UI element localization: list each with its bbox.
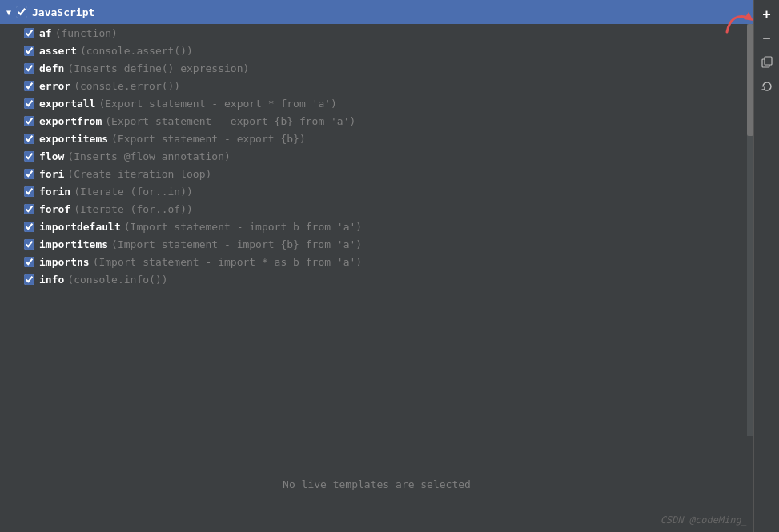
item-name: importitems	[39, 238, 108, 250]
item-name: info	[39, 274, 64, 286]
item-checkbox[interactable]	[24, 134, 34, 144]
item-checkbox[interactable]	[24, 186, 34, 197]
item-desc: (Import statement - import * as b from '…	[93, 256, 363, 268]
item-desc: (Inserts define() expression)	[67, 62, 249, 74]
copy-icon	[761, 56, 773, 69]
list-item[interactable]: assert(console.assert())	[0, 42, 747, 59]
item-checkbox[interactable]	[24, 81, 34, 91]
list-item[interactable]: exportitems(Export statement - export {b…	[0, 130, 747, 147]
list-item[interactable]: fori(Create iteration loop)	[0, 165, 747, 182]
list-item[interactable]: importitems(Import statement - import {b…	[0, 235, 747, 253]
group-header[interactable]: ▼ JavaScript	[0, 0, 753, 24]
item-name: defn	[39, 62, 64, 74]
item-checkbox[interactable]	[24, 28, 34, 38]
item-name: af	[39, 27, 52, 39]
item-desc: (Export statement - export * from 'a')	[98, 98, 336, 110]
item-desc: (Import statement - import b from 'a')	[124, 221, 362, 233]
reset-icon	[761, 80, 773, 93]
list-item[interactable]: importdefault(Import statement - import …	[0, 218, 747, 235]
list-item[interactable]: af(function)	[0, 24, 747, 42]
scrollbar-track[interactable]	[747, 24, 753, 436]
item-name: forof	[39, 203, 70, 215]
item-desc: (Inserts @flow annotation)	[67, 150, 231, 162]
sidebar: + −	[753, 0, 779, 532]
item-desc: (Export statement - export {b} from 'a')	[105, 115, 355, 127]
item-checkbox[interactable]	[24, 257, 34, 267]
list-item[interactable]: flow(Inserts @flow annotation)	[0, 147, 747, 165]
item-name: fori	[39, 168, 64, 180]
item-checkbox[interactable]	[24, 274, 34, 285]
item-checkbox[interactable]	[24, 63, 34, 74]
item-name: flow	[39, 150, 64, 162]
item-checkbox[interactable]	[24, 239, 34, 250]
item-checkbox[interactable]	[24, 98, 34, 109]
item-checkbox[interactable]	[24, 151, 34, 162]
item-name: exportall	[39, 98, 95, 110]
list-item[interactable]: forof(Iterate (for..of))	[0, 200, 747, 218]
item-checkbox[interactable]	[24, 222, 34, 232]
arrow-indicator	[723, 8, 755, 40]
list-item[interactable]: forin(Iterate (for..in))	[0, 182, 747, 200]
item-checkbox[interactable]	[24, 204, 34, 214]
item-name: importdefault	[39, 221, 121, 233]
copy-button[interactable]	[756, 51, 778, 74]
group-name: JavaScript	[32, 6, 94, 18]
item-desc: (Create iteration loop)	[67, 168, 211, 180]
item-desc: (console.error())	[74, 80, 180, 92]
item-name: forin	[39, 186, 70, 198]
list-item[interactable]: info(console.info())	[0, 270, 747, 288]
item-desc: (Export statement - export {b})	[111, 133, 306, 145]
item-name: error	[39, 80, 70, 92]
list-item[interactable]: defn(Inserts define() expression)	[0, 59, 747, 77]
list-item[interactable]: exportfrom(Export statement - export {b}…	[0, 112, 747, 130]
item-desc: (Iterate (for..in))	[74, 186, 193, 198]
group-checkbox[interactable]	[16, 6, 27, 18]
item-name: importns	[39, 256, 90, 268]
bottom-panel: No live templates are selected	[0, 436, 753, 532]
item-checkbox[interactable]	[24, 116, 34, 126]
list-item[interactable]: error(console.error())	[0, 77, 747, 94]
svg-rect-2	[765, 57, 772, 65]
scrollbar-thumb[interactable]	[747, 24, 753, 136]
item-name: assert	[39, 45, 77, 57]
item-desc: (function)	[55, 27, 118, 39]
item-desc: (console.assert())	[80, 45, 193, 57]
item-name: exportfrom	[39, 115, 102, 127]
add-button[interactable]: +	[756, 3, 778, 26]
remove-button[interactable]: −	[756, 27, 778, 50]
item-name: exportitems	[39, 133, 108, 145]
watermark: CSDN @codeMing_	[661, 514, 747, 526]
expand-triangle: ▼	[6, 8, 11, 17]
item-checkbox[interactable]	[24, 46, 34, 56]
item-desc: (Import statement - import {b} from 'a')	[111, 238, 362, 250]
items-list: af(function)assert(console.assert())defn…	[0, 24, 747, 436]
item-desc: (Iterate (for..of))	[74, 203, 193, 215]
item-checkbox[interactable]	[24, 169, 34, 179]
list-item[interactable]: importns(Import statement - import * as …	[0, 253, 747, 270]
reset-button[interactable]	[756, 75, 778, 98]
item-desc: (console.info())	[67, 274, 167, 286]
no-templates-msg: No live templates are selected	[283, 478, 471, 490]
list-item[interactable]: exportall(Export statement - export * fr…	[0, 94, 747, 112]
